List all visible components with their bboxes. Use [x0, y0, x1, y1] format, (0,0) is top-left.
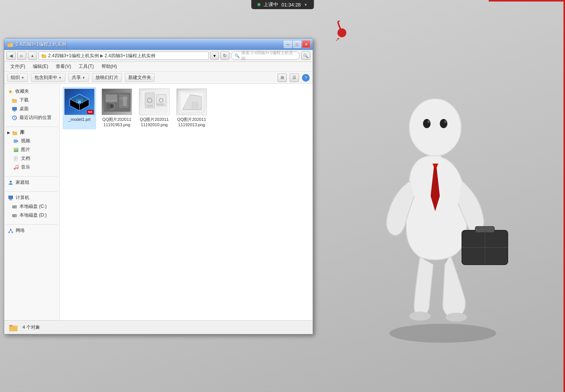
address-path[interactable]: 2.4四轴3+1编程上机实例 ▶ 2.4四轴3+1编程上机实例 [39, 51, 209, 60]
path-part2: 2.4四轴3+1编程上机实例 [105, 53, 155, 59]
close-button[interactable]: ✕ [302, 40, 310, 48]
menu-view[interactable]: 查看(V) [53, 63, 74, 71]
sidebar-item-drive-d[interactable]: 本地磁盘 (D:) [6, 211, 58, 220]
status-folder-icon [9, 323, 18, 332]
svg-point-63 [110, 104, 113, 108]
sidebar-section-network: 网络 [6, 226, 58, 235]
minimize-button[interactable]: ─ [284, 40, 292, 48]
file-item-qq3[interactable]: QQ图片20201111192013.png [175, 87, 208, 129]
file-thumb-model1: NX [64, 88, 95, 115]
menu-edit[interactable]: 编辑(E) [30, 63, 51, 71]
sidebar-label-video: 视频 [21, 138, 30, 144]
back-button[interactable]: ◀ [6, 51, 16, 60]
sidebar-label-library: 库 [20, 129, 24, 136]
menu-bar: 文件(F) 编辑(E) 查看(V) 工具(T) 帮助(H) [4, 62, 313, 72]
file-item-qq1[interactable]: QQ图片20201111191953.png [100, 87, 134, 129]
sidebar-item-favorites[interactable]: ★ 收藏夹 [6, 87, 58, 96]
view-list-button[interactable]: ⊞ [278, 74, 287, 82]
network-icon [8, 228, 13, 233]
svg-rect-16 [42, 55, 44, 56]
window-title: 2.4四轴3+1编程上机实例 [16, 41, 66, 48]
address-bar: ◀ ▶ ▲ 2.4四轴3+1编程上机实例 ▶ 2.4四轴3+1编程上机实例 ▼ … [4, 50, 313, 62]
sidebar-item-computer[interactable]: 计算机 [6, 193, 58, 202]
document-icon [13, 156, 19, 161]
sidebar-header-library: ▶ 库 [6, 129, 58, 137]
svg-line-51 [9, 230, 11, 231]
light-parts-svg [177, 89, 207, 115]
folder-icon [12, 98, 17, 103]
sidebar-section-computer: 计算机 本地磁盘 (C:) 本地磁盘 (D:) [6, 193, 58, 220]
file-thumb-qq2 [139, 88, 170, 115]
sidebar-label-music: 音乐 [21, 164, 30, 170]
file-label-qq3: QQ图片20201111192013.png [176, 117, 207, 128]
address-folder-icon [41, 53, 47, 58]
sidebar-item-video[interactable]: 视频 [6, 137, 58, 145]
video-icon [13, 138, 19, 144]
svg-rect-41 [8, 195, 13, 199]
3d-figure-svg [344, 43, 534, 349]
sidebar-item-homegroup[interactable]: 家庭组 [6, 178, 58, 187]
sidebar-label-drive-d: 本地磁盘 (D:) [19, 212, 47, 218]
sidebar-item-recent[interactable]: 最近访问的位置 [6, 113, 58, 122]
menu-file[interactable]: 文件(F) [7, 63, 28, 71]
svg-point-1 [409, 312, 431, 321]
path-part1: 2.4四轴3+1编程上机实例 [48, 53, 99, 59]
file-item-model1[interactable]: NX _model1.prt [63, 87, 96, 129]
svg-point-0 [389, 324, 496, 343]
svg-point-47 [15, 215, 16, 216]
sidebar-item-network[interactable]: 网络 [6, 226, 58, 235]
svg-point-8 [409, 99, 461, 156]
sidebar-item-download[interactable]: 下载 [6, 96, 58, 104]
sidebar-label-computer: 计算机 [16, 194, 29, 201]
explorer-window: 2.4四轴3+1编程上机实例 ─ □ ✕ ◀ ▶ ▲ 2.4四轴3+1编程上机实… [4, 38, 313, 334]
svg-marker-27 [17, 140, 19, 142]
sidebar-item-drive-c[interactable]: 本地磁盘 (C:) [6, 202, 58, 211]
recent-icon [12, 115, 17, 120]
library-icon [12, 130, 18, 135]
svg-point-9 [423, 119, 431, 128]
sidebar-section-library: ▶ 库 视频 [6, 129, 58, 172]
file-area: NX _model1.prt [60, 84, 313, 320]
sidebar-section-favorites: ★ 收藏夹 下载 桌面 [6, 87, 58, 122]
new-folder-button[interactable]: 新建文件夹 [125, 73, 155, 82]
menu-tools[interactable]: 工具(T) [76, 63, 97, 71]
light-parts-thumbnail [177, 89, 207, 115]
homegroup-icon [8, 180, 13, 185]
forward-button[interactable]: ▶ [17, 51, 26, 60]
cad-shape-svg [68, 92, 91, 111]
address-dropdown-button[interactable]: ▼ [210, 51, 219, 60]
title-bar-left: 2.4四轴3+1编程上机实例 [7, 41, 284, 48]
file-thumb-qq3 [176, 88, 207, 115]
status-bar: 4 个对象 [4, 320, 313, 334]
sidebar-item-music[interactable]: 音乐 [6, 163, 58, 172]
sidebar-item-desktop[interactable]: 桌面 [6, 104, 58, 113]
sidebar-divider-2 [6, 176, 58, 177]
include-library-button[interactable]: 包含到库中 ▼ [31, 73, 65, 82]
view-details-button[interactable]: ☰ [290, 74, 299, 82]
share-dropdown-arrow: ▼ [82, 76, 86, 80]
timer-dropdown-arrow[interactable]: ▼ [304, 3, 308, 7]
help-button[interactable]: ? [302, 74, 310, 82]
sidebar-label-pictures: 图片 [21, 146, 30, 153]
slideshow-button[interactable]: 放映幻灯片 [92, 73, 122, 82]
sidebar-label-documents: 文档 [21, 155, 30, 162]
title-bar: 2.4四轴3+1编程上机实例 ─ □ ✕ [4, 39, 313, 50]
sidebar-item-documents[interactable]: 文档 [6, 154, 58, 163]
3d-figure-area [313, 0, 565, 392]
organize-button[interactable]: 组织 ▼ [7, 73, 28, 82]
refresh-button[interactable]: ↻ [220, 51, 229, 60]
up-button[interactable]: ▲ [28, 51, 37, 60]
content-area: ★ 收藏夹 下载 桌面 [4, 84, 313, 320]
red-annotation-cursor: ↗ [335, 36, 340, 42]
file-label-qq1: QQ图片20201111191953.png [102, 117, 132, 128]
maximize-button[interactable]: □ [293, 40, 301, 48]
file-item-qq2[interactable]: QQ图片20201111192010.png [137, 87, 171, 129]
sidebar-item-pictures[interactable]: 图片 [6, 145, 58, 154]
search-button[interactable]: 🔍 [301, 51, 310, 60]
svg-line-23 [15, 118, 16, 119]
menu-help[interactable]: 帮助(H) [98, 63, 120, 71]
share-button[interactable]: 共享 ▼ [68, 73, 89, 82]
svg-rect-83 [192, 102, 198, 110]
search-box[interactable]: 🔍 搜索 2.4四轴3+1编程上机实例 [231, 51, 300, 60]
svg-point-49 [8, 231, 10, 233]
